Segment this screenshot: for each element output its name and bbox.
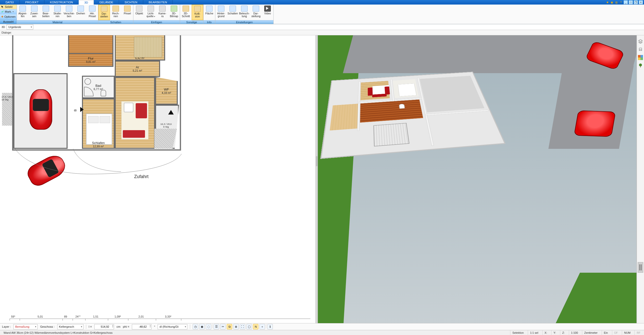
tab-datei[interactable]: DATEI	[0, 0, 20, 5]
ribbon-3d-bitmap-button[interactable]: 3D- Bitmap	[168, 5, 180, 20]
l-input[interactable]	[94, 324, 114, 329]
layer-dropdown[interactable]: Bemaßung	[13, 324, 38, 329]
ribbon-objekt-button[interactable]: Objekt	[133, 5, 145, 20]
ribbon-hin-pinsel-button[interactable]: Hin. Pinsel	[86, 5, 98, 20]
ribbon-flaeche-button[interactable]: Fläche	[203, 5, 215, 20]
optbar-trio-button[interactable]: ⛶	[240, 324, 245, 329]
ribbon-rechnen-label: Rech- nen	[112, 12, 119, 18]
darstellen-icon	[101, 6, 107, 12]
selekt-button[interactable]: Selekt	[0, 5, 17, 9]
ribbon-skalieren-button[interactable]: Skalie- ren	[52, 5, 63, 20]
optbar-eye-button[interactable]: ◉	[199, 324, 205, 329]
l-label: l =	[89, 325, 92, 328]
room-wf-name: WF	[164, 88, 169, 91]
ribbon-3d-schnitt-button[interactable]: 3D- Schnitt	[180, 5, 192, 20]
ribbon-rechnen-button[interactable]: Rech- nen	[110, 5, 122, 20]
tab-projekt[interactable]: PROJEKT	[20, 0, 44, 5]
toilet3d	[399, 104, 405, 109]
viewport-2d[interactable]: Trh. 6,42 m² Flur 9,81 m² Ar 5,21 m² Gar…	[0, 35, 316, 323]
minimize-button[interactable]: _	[624, 0, 628, 4]
beleuchtung-icon	[241, 6, 248, 12]
stair-annot-left: 17,5 / 28,018 Stg	[2, 95, 13, 101]
ribbon-beleuchtung-button[interactable]: Beleuch- tung	[239, 5, 250, 20]
ribbon-beleuchtung-label: Beleuch- tung	[239, 12, 249, 18]
help-icon[interactable]: ?	[619, 1, 623, 4]
ribbon-schatten-einst-button[interactable]: Schatten	[227, 5, 239, 20]
stack-icon[interactable]: ▥	[614, 1, 618, 4]
room-wf: WF 4,33 m²	[155, 77, 178, 105]
ribbon-darstellung-button[interactable]: Dar- stellung	[250, 5, 262, 20]
sep2	[190, 324, 190, 329]
optbar-copy-button[interactable]: ⧉	[227, 324, 232, 329]
ribbon-bearbeiten-button[interactable]: Bear- beiten	[40, 5, 52, 20]
viewport-splitter[interactable]	[316, 35, 318, 323]
ribbon-pinsel-button[interactable]: Pinsel	[122, 5, 133, 20]
terrain-dropdown[interactable]: Urgelände	[7, 24, 33, 30]
ribbon-hin-pinsel-label: Hin. Pinsel	[89, 12, 96, 18]
status-uf: ÜF	[612, 330, 620, 335]
l-unit: cm	[116, 325, 120, 328]
optbar-clock-button[interactable]: ◷	[193, 324, 198, 329]
viewport-3d[interactable]	[318, 35, 637, 323]
stair-annot-right: 16,3 / 28,68 Stg	[160, 123, 172, 128]
optbar-cut-button[interactable]: ✂	[220, 324, 226, 329]
ribbon-kamera-button[interactable]: Kame- ra	[157, 5, 168, 20]
room-bad: Bad 6,77 m²	[82, 76, 115, 98]
restore-button[interactable]: ❐	[634, 0, 638, 4]
optbar-single-button[interactable]: ▢	[246, 324, 252, 329]
tab-gelaende[interactable]: GELÄNDE	[94, 0, 119, 5]
ribbon-darstellen-button[interactable]: Dar- stellen	[98, 5, 110, 20]
palette-icon[interactable]	[638, 55, 643, 60]
status-x: X:	[542, 330, 549, 335]
optionen-button[interactable]: Optionen	[0, 14, 17, 19]
box-icon[interactable]: ▣	[610, 1, 614, 4]
ribbon-drehen-button[interactable]: Drehen	[75, 5, 86, 20]
optbar-stack-button[interactable]: ☰	[214, 324, 219, 329]
status-selektion: Selektion	[510, 330, 526, 335]
ribbon-verschieben-button[interactable]: Verschie- ben	[63, 5, 75, 20]
svg-point-1	[639, 64, 642, 67]
ribbon-abgreifen-button[interactable]: Abgrei- fen	[17, 5, 28, 20]
tab-konstruktion[interactable]: KONSTRUKTION	[44, 0, 79, 5]
ribbon-lichtquelle-button[interactable]: Licht- quelle	[145, 5, 157, 20]
ribbon-hintergrund-button[interactable]: Hinter- grund	[215, 5, 227, 20]
tab-3d[interactable]: 3D	[79, 0, 94, 5]
optionen-label: Optionen	[4, 15, 16, 18]
dimension-chain: 59⁵5,018924⁷⁷1,511,09⁶2,013,33²	[10, 315, 310, 322]
option-bar: Layer : Bemaßung Geschoss : Kellergesch …	[0, 323, 644, 330]
maximize-button[interactable]: □	[629, 0, 633, 4]
ribbon-group-material: Abgrei- fenZuwei- senBear- beitenSkalie-…	[17, 5, 98, 24]
ribbon-group-sonstige: 3D- SchnittKolli- sionSonstige	[180, 5, 203, 24]
tab-bearbeiten[interactable]: BEARBEITEN	[143, 0, 173, 5]
optbar-info-button[interactable]: ℹ	[267, 324, 273, 329]
selekt-label: Selekt	[5, 5, 13, 8]
sep1	[86, 324, 86, 329]
tab-sichten[interactable]: SICHTEN	[119, 0, 143, 5]
side-slider-handle[interactable]	[638, 262, 643, 273]
hin-pinsel-icon	[89, 6, 96, 12]
optbar-N-button[interactable]: N	[253, 324, 258, 329]
ribbon-hintergrund-label: Hinter- grund	[217, 12, 225, 18]
ribbon-kollision-button[interactable]: Kolli- sion	[192, 5, 203, 20]
north-arrow-icon	[168, 110, 174, 115]
ribbon-video-button[interactable]: Video	[262, 5, 273, 20]
layers-icon[interactable]	[638, 39, 643, 44]
geschoss-dropdown[interactable]: Kellergesch	[57, 324, 83, 329]
optbar-layers2-button[interactable]: ≣	[233, 324, 239, 329]
dl-dropdown[interactable]: dl (Richtung/Di	[158, 324, 187, 329]
wrench-icon[interactable]: ✖	[605, 1, 609, 4]
optbar-plus-button[interactable]: ＋	[259, 324, 265, 329]
3d-schnitt-icon	[183, 6, 189, 12]
optbar-hole-button[interactable]: ◌	[206, 324, 211, 329]
zuweisen-icon	[31, 6, 38, 12]
mark-button[interactable]: Mark. ▾	[0, 9, 17, 14]
workspace: Trh. 6,42 m² Flur 9,81 m² Ar 5,21 m² Gar…	[0, 35, 644, 323]
ribbon-zuweisen-button[interactable]: Zuwei- sen	[28, 5, 40, 20]
close-button[interactable]: ×	[639, 0, 643, 4]
status-y: Y:	[551, 330, 558, 335]
lawn-right	[556, 273, 636, 323]
tree-icon[interactable]	[638, 63, 643, 68]
status-selratio: 1:1 sel	[528, 330, 540, 335]
chair-icon[interactable]	[638, 47, 643, 52]
phi-input[interactable]	[132, 324, 152, 329]
